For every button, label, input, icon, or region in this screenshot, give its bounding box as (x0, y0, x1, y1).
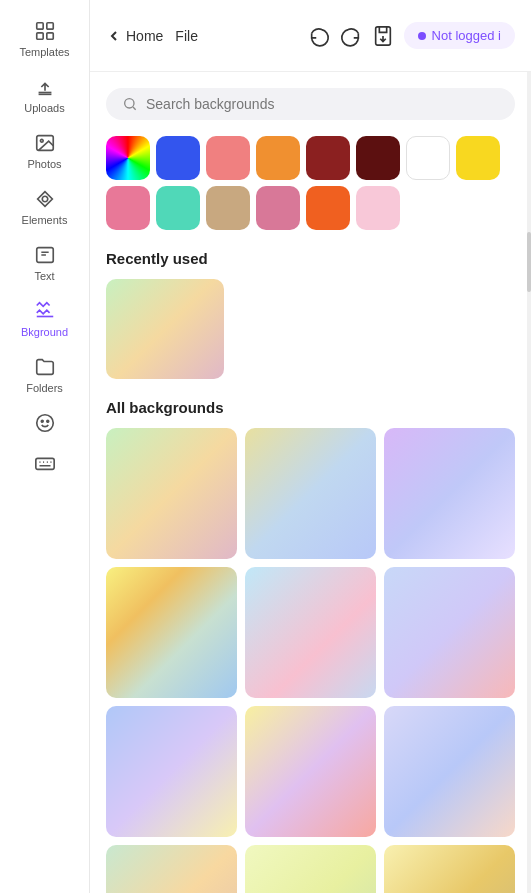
home-button[interactable]: Home (106, 28, 163, 44)
sidebar-item-emoji[interactable] (0, 402, 89, 442)
bg-thumb-11[interactable] (245, 845, 376, 893)
chevron-left-icon (106, 28, 122, 44)
color-swatches (106, 136, 515, 230)
sidebar-item-folders-label: Folders (26, 382, 63, 394)
color-swatch-teal[interactable] (156, 186, 200, 230)
scrollbar-thumb[interactable] (527, 232, 531, 292)
sidebar-item-folders[interactable]: Folders (0, 346, 89, 402)
svg-rect-0 (36, 23, 42, 29)
search-input[interactable] (146, 96, 499, 112)
recently-used-thumb[interactable] (106, 279, 224, 379)
svg-rect-1 (46, 23, 52, 29)
color-swatch-rainbow[interactable] (106, 136, 150, 180)
sidebar-item-keyboard[interactable] (0, 442, 89, 482)
color-swatch-bright-orange[interactable] (306, 186, 350, 230)
sidebar-item-templates[interactable]: Templates (0, 10, 89, 66)
svg-point-13 (125, 99, 134, 108)
search-bar[interactable] (106, 88, 515, 120)
all-backgrounds-section: All backgrounds (106, 399, 515, 893)
main-panel: Recently used All backgrounds (90, 72, 531, 893)
sidebar-item-elements-label: Elements (22, 214, 68, 226)
recently-used-title: Recently used (106, 250, 515, 267)
undo-icon[interactable] (308, 25, 330, 47)
topbar: Home File Not logged i (90, 0, 531, 72)
svg-point-10 (46, 420, 48, 422)
svg-rect-2 (36, 33, 42, 39)
sidebar: Templates Uploads Photos Elements Text (0, 0, 90, 893)
sidebar-item-uploads-label: Uploads (24, 102, 64, 114)
color-swatch-yellow[interactable] (456, 136, 500, 180)
color-swatch-blue[interactable] (156, 136, 200, 180)
keyboard-icon (34, 452, 56, 474)
sidebar-item-photos[interactable]: Photos (0, 122, 89, 178)
color-swatch-dark-red[interactable] (306, 136, 350, 180)
sidebar-item-bkground[interactable]: Bkground (0, 290, 89, 346)
folder-icon (34, 356, 56, 378)
sidebar-item-text[interactable]: Text (0, 234, 89, 290)
home-label: Home (126, 28, 163, 44)
file-label[interactable]: File (175, 28, 198, 44)
bg-thumb-1[interactable] (106, 428, 237, 559)
redo-icon[interactable] (340, 25, 362, 47)
bg-thumb-9[interactable] (384, 706, 515, 837)
sidebar-item-elements[interactable]: Elements (0, 178, 89, 234)
bg-thumb-2[interactable] (245, 428, 376, 559)
scrollbar-track (527, 72, 531, 893)
emoji-icon (34, 412, 56, 434)
bg-thumb-7[interactable] (106, 706, 237, 837)
save-icon[interactable] (372, 25, 394, 47)
elements-icon (34, 188, 56, 210)
svg-point-5 (40, 139, 43, 142)
color-swatch-dark-maroon[interactable] (356, 136, 400, 180)
search-icon (122, 96, 138, 112)
color-swatch-tan[interactable] (206, 186, 250, 230)
bg-thumb-5[interactable] (245, 567, 376, 698)
image-icon (34, 132, 56, 154)
color-swatch-light-pink[interactable] (106, 186, 150, 230)
color-swatch-white[interactable] (406, 136, 450, 180)
bg-thumb-8[interactable] (245, 706, 376, 837)
text-icon (34, 244, 56, 266)
color-swatch-orange[interactable] (256, 136, 300, 180)
sidebar-item-bkground-label: Bkground (21, 326, 68, 338)
not-logged-button[interactable]: Not logged i (404, 22, 515, 49)
not-logged-label: Not logged i (432, 28, 501, 43)
topbar-actions: Not logged i (308, 22, 515, 49)
color-swatch-pale-pink[interactable] (356, 186, 400, 230)
svg-point-6 (42, 196, 48, 202)
grid-icon (34, 20, 56, 42)
bg-thumb-10[interactable] (106, 845, 237, 893)
upload-icon (34, 76, 56, 98)
sidebar-item-photos-label: Photos (27, 158, 61, 170)
color-swatch-mauve[interactable] (256, 186, 300, 230)
all-backgrounds-title: All backgrounds (106, 399, 515, 416)
color-swatch-pink[interactable] (206, 136, 250, 180)
sidebar-item-templates-label: Templates (19, 46, 69, 58)
bg-thumb-6[interactable] (384, 567, 515, 698)
bg-thumb-3[interactable] (384, 428, 515, 559)
backgrounds-grid (106, 428, 515, 893)
svg-rect-11 (35, 458, 53, 469)
bg-thumb-4[interactable] (106, 567, 237, 698)
sidebar-item-uploads[interactable]: Uploads (0, 66, 89, 122)
bkground-icon (34, 300, 56, 322)
svg-rect-3 (46, 33, 52, 39)
svg-point-9 (41, 420, 43, 422)
sidebar-item-text-label: Text (34, 270, 54, 282)
svg-point-8 (36, 415, 53, 432)
recently-used-section: Recently used (106, 250, 515, 379)
bg-thumb-12[interactable] (384, 845, 515, 893)
